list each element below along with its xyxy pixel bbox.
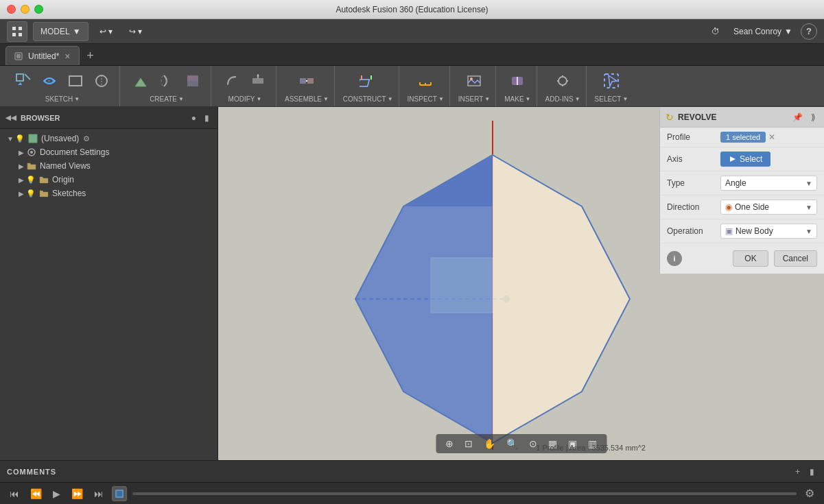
revolve-expand-button[interactable]: ⟫ — [808, 111, 819, 123]
revolve-axis-label: Axis — [667, 154, 715, 164]
tree-expand-root[interactable]: ▼ — [5, 134, 15, 143]
new-tab-button[interactable]: + — [81, 46, 100, 65]
assemble-button[interactable] — [294, 69, 319, 93]
sketch-finish-button[interactable] — [37, 69, 62, 93]
svg-rect-3 — [19, 33, 22, 36]
model-menu-button[interactable]: MODEL ▼ — [33, 22, 89, 41]
create-extrude-button[interactable] — [128, 69, 153, 93]
construct-plane-button[interactable] — [355, 69, 380, 93]
timeline-prev-button[interactable]: ⏪ — [27, 487, 45, 501]
tree-sketches-item[interactable]: ▶ 💡 Sketches — [11, 187, 217, 200]
timeline-play-button[interactable]: ▶ — [50, 487, 63, 501]
insert-image-button[interactable] — [462, 69, 486, 93]
svg-marker-12 — [135, 78, 146, 86]
svg-rect-52 — [117, 491, 122, 496]
tree-expand-sketches[interactable]: ▶ — [16, 189, 26, 198]
select-button[interactable] — [599, 69, 624, 93]
sketch-rect-button[interactable] — [63, 69, 88, 93]
tree-expand-views[interactable]: ▶ — [16, 161, 26, 171]
revolve-type-label: Type — [667, 178, 715, 188]
addins-label: ADD-INS ▼ — [545, 95, 580, 103]
help-button[interactable]: ? — [801, 23, 817, 40]
tree-named-views-item[interactable]: ▶ Named Views — [11, 159, 217, 173]
timeline-slider[interactable] — [132, 492, 797, 495]
direction-dropdown[interactable]: ◉One Side ▼ — [720, 200, 817, 215]
timeline-first-button[interactable]: ⏮ — [7, 487, 22, 501]
svg-point-28 — [470, 77, 473, 80]
visibility-icon-origin[interactable]: 💡 — [26, 176, 36, 184]
axis-select-button[interactable]: Select — [720, 152, 770, 167]
svg-line-7 — [25, 74, 30, 80]
tree-expand-settings[interactable]: ▶ — [16, 147, 26, 157]
zoom-button[interactable]: 🔍 — [502, 437, 522, 451]
select-label: SELECT ▼ — [595, 95, 628, 103]
revolve-footer: i OK Cancel — [660, 243, 824, 274]
viewport[interactable]: RIGHT ↻ REVOLVE 📌 ⟫ — [218, 107, 824, 460]
main-area: ◀◀ BROWSER ● ▮ ▼ 💡 (Unsaved) ⚙ ▶ — [0, 107, 824, 460]
timeline-last-button[interactable]: ⏭ — [91, 487, 106, 501]
main-toolbar: SKETCH ▼ CREATE ▼ — [0, 66, 824, 107]
tab-close-button[interactable]: × — [64, 51, 70, 62]
minimize-button[interactable] — [21, 5, 30, 14]
history-button[interactable]: ⏱ — [706, 22, 725, 41]
sketch-circle-button[interactable] — [89, 69, 114, 93]
close-button[interactable] — [7, 5, 16, 14]
fit-button[interactable]: ⊡ — [460, 437, 477, 451]
tab-bar: Untitled* × + — [0, 44, 824, 66]
svg-rect-6 — [16, 74, 23, 81]
addins-toolbar-group: ADD-INS ▼ — [540, 66, 587, 106]
profile-clear-button[interactable]: ✕ — [768, 132, 775, 142]
browser-collapse-button[interactable]: ▮ — [202, 112, 212, 124]
folder-icon-origin — [38, 174, 49, 185]
revolve-ok-button[interactable]: OK — [733, 250, 768, 267]
redo-button[interactable]: ↪ ▾ — [123, 22, 148, 41]
timeline-record-button[interactable] — [112, 486, 127, 501]
assemble-label: ASSEMBLE ▼ — [285, 95, 329, 103]
orbit-button[interactable]: ⊕ — [441, 437, 458, 451]
timeline-next-button[interactable]: ⏩ — [69, 487, 86, 501]
assemble-toolbar-group: ASSEMBLE ▼ — [279, 66, 335, 106]
window-controls — [7, 5, 43, 14]
document-tab[interactable]: Untitled* × — [5, 46, 80, 65]
operation-dropdown[interactable]: ▣New Body ▼ — [720, 224, 817, 239]
revolve-direction-label: Direction — [667, 202, 715, 212]
addins-button[interactable] — [550, 69, 575, 93]
revolve-info-button[interactable]: i — [667, 251, 682, 266]
tree-expand-origin[interactable]: ▶ — [16, 175, 26, 184]
create-revolve-button[interactable] — [154, 69, 179, 93]
user-button[interactable]: Sean Conroy ▼ — [733, 27, 792, 36]
pan-button[interactable]: ✋ — [480, 437, 499, 451]
undo-button[interactable]: ↩ ▾ — [94, 22, 118, 41]
app-title: Autodesk Fusion 360 (Education License) — [336, 5, 488, 14]
tree-doc-settings-item[interactable]: ▶ Document Settings — [11, 145, 217, 159]
browser-filter-button[interactable]: ● — [189, 112, 199, 124]
timeline-settings-button[interactable]: ⚙ — [802, 485, 817, 501]
svg-rect-2 — [12, 33, 16, 36]
revolve-profile-label: Profile — [667, 132, 715, 142]
make-button[interactable] — [505, 69, 530, 93]
modify-fillet-button[interactable] — [220, 69, 244, 93]
svg-marker-37 — [609, 75, 617, 86]
revolve-cancel-button[interactable]: Cancel — [774, 250, 817, 267]
comments-add-button[interactable]: + — [792, 466, 803, 478]
title-bar: Autodesk Fusion 360 (Education License) — [0, 0, 824, 19]
comments-collapse-button[interactable]: ▮ — [807, 466, 817, 478]
revolve-pin-button[interactable]: 📌 — [790, 111, 805, 123]
maximize-button[interactable] — [34, 5, 43, 14]
grid-menu-button[interactable] — [7, 21, 27, 42]
tree-origin-item[interactable]: ▶ 💡 Origin — [11, 173, 217, 187]
tree-root-item[interactable]: ▼ 💡 (Unsaved) ⚙ — [0, 132, 217, 145]
visibility-icon-root[interactable]: 💡 — [15, 134, 25, 143]
modify-press-pull-button[interactable] — [246, 69, 270, 93]
type-dropdown[interactable]: Angle ▼ — [720, 176, 817, 191]
browser-header: ◀◀ BROWSER ● ▮ — [0, 107, 217, 129]
svg-rect-0 — [12, 27, 16, 30]
sketch-create-button[interactable] — [11, 69, 36, 93]
create-sweep-button[interactable] — [180, 69, 205, 93]
settings-icon[interactable]: ⚙ — [83, 134, 90, 143]
svg-marker-50 — [730, 156, 735, 162]
visibility-icon-sketches[interactable]: 💡 — [26, 189, 36, 198]
inspect-measure-button[interactable] — [413, 69, 438, 93]
sketch-toolbar-group: SKETCH ▼ — [5, 66, 120, 106]
menu-bar: MODEL ▼ ↩ ▾ ↪ ▾ ⏱ Sean Conroy ▼ ? — [0, 19, 824, 44]
